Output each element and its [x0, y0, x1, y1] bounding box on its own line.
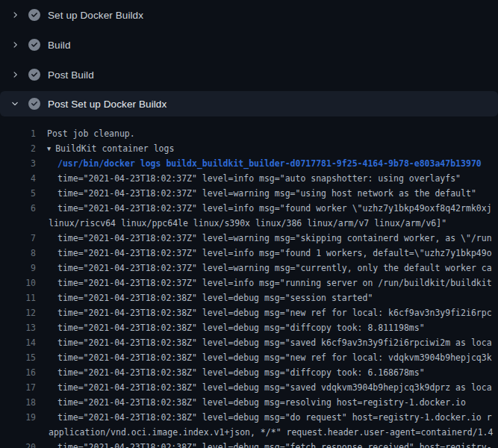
log-line-message: time="2021-04-23T18:02:38Z" level=debug … [57, 382, 492, 393]
step-label: Build [48, 40, 71, 51]
log-line-number[interactable]: 20 [0, 440, 36, 448]
log-line-text: time="2021-04-23T18:02:38Z" level=debug … [36, 440, 492, 448]
log-line-text: /usr/bin/docker logs buildx_buildkit_bui… [36, 156, 482, 171]
log-line-number[interactable]: 16 [0, 365, 36, 380]
log-line-number[interactable]: 4 [0, 171, 36, 186]
log-line-text: time="2021-04-23T18:02:37Z" level=info m… [36, 246, 492, 261]
log-row: 2 ▼BuildKit container logs [0, 141, 498, 156]
log-line-message: linux/riscv64 linux/ppc64le linux/s390x … [49, 218, 446, 228]
log-row: 10 time="2021-04-23T18:02:37Z" level=inf… [0, 276, 498, 290]
log-line-text: time="2021-04-23T18:02:38Z" level=debug … [36, 305, 492, 320]
log-line-number[interactable] [0, 216, 36, 231]
log-area: 1 Post job cleanup. 2 ▼BuildKit containe… [0, 116, 498, 448]
log-row: 9 time="2021-04-23T18:02:37Z" level=warn… [0, 261, 498, 276]
log-row: 19 time="2021-04-23T18:02:38Z" level=deb… [0, 410, 498, 425]
log-line-message: time="2021-04-23T18:02:38Z" level=debug … [57, 412, 492, 423]
log-line-number[interactable]: 9 [0, 261, 36, 276]
log-row: 3 /usr/bin/docker logs buildx_buildkit_b… [0, 156, 498, 171]
log-line-message: Post job cleanup. [47, 128, 135, 139]
log-line-text: time="2021-04-23T18:02:37Z" level=info m… [36, 171, 461, 186]
log-line-text: time="2021-04-23T18:02:38Z" level=debug … [36, 365, 425, 380]
log-line-number[interactable]: 6 [0, 201, 36, 216]
log-line-message: time="2021-04-23T18:02:37Z" level=info m… [57, 203, 492, 214]
log-line-number[interactable]: 14 [0, 335, 36, 350]
log-line-text: time="2021-04-23T18:02:38Z" level=debug … [36, 320, 425, 335]
log-line-text: time="2021-04-23T18:02:37Z" level=warnin… [36, 186, 476, 201]
log-line-number[interactable]: 13 [0, 320, 36, 335]
step-row[interactable]: Build [0, 30, 498, 60]
chevron-right-icon[interactable] [9, 69, 21, 81]
log-line-text: time="2021-04-23T18:02:37Z" level=warnin… [36, 261, 492, 276]
log-line-number[interactable]: 15 [0, 350, 36, 365]
log-group-toggle-icon[interactable]: ▼ [47, 141, 51, 156]
log-line-text: time="2021-04-23T18:02:37Z" level=info m… [36, 201, 492, 216]
log-row: 6 time="2021-04-23T18:02:37Z" level=info… [0, 201, 498, 216]
log-line-message: time="2021-04-23T18:02:38Z" level=debug … [57, 337, 492, 348]
log-line-number[interactable]: 11 [0, 290, 36, 305]
log-line-number[interactable]: 3 [0, 156, 36, 171]
log-row: 8 time="2021-04-23T18:02:37Z" level=info… [0, 246, 498, 261]
log-row: 15 time="2021-04-23T18:02:38Z" level=deb… [0, 350, 498, 365]
log-row: application/vnd.oci.image.index.v1+json,… [0, 425, 498, 440]
log-line-message: application/vnd.oci.image.index.v1+json,… [49, 427, 493, 438]
step-row[interactable]: Post Set up Docker Buildx [0, 91, 498, 116]
log-line-message: time="2021-04-23T18:02:38Z" level=debug … [57, 293, 373, 303]
log-row: 16 time="2021-04-23T18:02:38Z" level=deb… [0, 365, 498, 380]
log-line-message: time="2021-04-23T18:02:37Z" level=info m… [57, 248, 492, 258]
chevron-down-icon[interactable] [9, 98, 21, 110]
step-label: Post Set up Docker Buildx [48, 99, 166, 110]
log-line-number[interactable]: 1 [0, 126, 36, 141]
check-circle-icon [28, 39, 40, 51]
log-line-number[interactable]: 7 [0, 231, 36, 246]
log-line-message: time="2021-04-23T18:02:37Z" level=info m… [57, 278, 492, 288]
log-line-message: time="2021-04-23T18:02:38Z" level=debug … [57, 442, 492, 448]
log-line-text: time="2021-04-23T18:02:38Z" level=debug … [36, 380, 492, 395]
log-line-message: time="2021-04-23T18:02:38Z" level=debug … [57, 397, 466, 408]
log-line-text: time="2021-04-23T18:02:38Z" level=debug … [36, 335, 492, 350]
log-line-number[interactable] [0, 425, 36, 440]
log-row: 13 time="2021-04-23T18:02:38Z" level=deb… [0, 320, 498, 335]
log-line-text: time="2021-04-23T18:02:37Z" level=info m… [36, 276, 492, 290]
log-line-message: time="2021-04-23T18:02:37Z" level=info m… [57, 173, 461, 184]
log-line-message: time="2021-04-23T18:02:38Z" level=debug … [57, 352, 492, 363]
log-row: 18 time="2021-04-23T18:02:38Z" level=deb… [0, 395, 498, 410]
log-line-message: time="2021-04-23T18:02:37Z" level=warnin… [57, 263, 492, 273]
step-row[interactable]: Post Build [0, 60, 498, 90]
log-line-message: time="2021-04-23T18:02:37Z" level=warnin… [57, 188, 476, 199]
log-line-number[interactable]: 19 [0, 410, 36, 425]
log-line-number[interactable]: 8 [0, 246, 36, 261]
log-row: linux/riscv64 linux/ppc64le linux/s390x … [0, 216, 498, 231]
log-row: 17 time="2021-04-23T18:02:38Z" level=deb… [0, 380, 498, 395]
actions-log-viewer: { "steps": [ {"label": "Set up Docker Bu… [0, 0, 498, 448]
log-line-message: BuildKit container logs [55, 143, 174, 154]
log-line-message: /usr/bin/docker logs buildx_buildkit_bui… [57, 158, 482, 169]
log-line-message: time="2021-04-23T18:02:37Z" level=warnin… [57, 233, 492, 243]
check-circle-icon [28, 9, 40, 21]
log-line-text: application/vnd.oci.image.index.v1+json,… [36, 425, 493, 440]
steps-list: Set up Docker Buildx Build [0, 0, 498, 116]
log-line-number[interactable]: 2 [0, 141, 36, 156]
chevron-right-icon[interactable] [9, 9, 21, 21]
log-line-number[interactable]: 12 [0, 305, 36, 320]
check-circle-icon [28, 98, 40, 110]
log-line-number[interactable]: 5 [0, 186, 36, 201]
log-row: 1 Post job cleanup. [0, 126, 498, 141]
step-row[interactable]: Set up Docker Buildx [0, 0, 498, 30]
log-row: 20 time="2021-04-23T18:02:38Z" level=deb… [0, 440, 498, 448]
log-line-text: time="2021-04-23T18:02:38Z" level=debug … [36, 395, 466, 410]
log-line-text: time="2021-04-23T18:02:37Z" level=warnin… [36, 231, 492, 246]
log-line-number[interactable]: 17 [0, 380, 36, 395]
log-row: 14 time="2021-04-23T18:02:38Z" level=deb… [0, 335, 498, 350]
log-row: 12 time="2021-04-23T18:02:38Z" level=deb… [0, 305, 498, 320]
log-line-message: time="2021-04-23T18:02:38Z" level=debug … [57, 367, 425, 378]
log-line-text: Post job cleanup. [36, 126, 135, 141]
log-line-number[interactable]: 18 [0, 395, 36, 410]
log-line-text: time="2021-04-23T18:02:38Z" level=debug … [36, 410, 492, 425]
log-line-number[interactable]: 10 [0, 276, 36, 290]
check-circle-icon [28, 69, 40, 81]
log-row: 7 time="2021-04-23T18:02:37Z" level=warn… [0, 231, 498, 246]
log-line-text: time="2021-04-23T18:02:38Z" level=debug … [36, 290, 373, 305]
chevron-right-icon[interactable] [9, 39, 21, 51]
log-line-text: ▼BuildKit container logs [36, 141, 174, 156]
log-line-message: time="2021-04-23T18:02:38Z" level=debug … [57, 323, 425, 333]
